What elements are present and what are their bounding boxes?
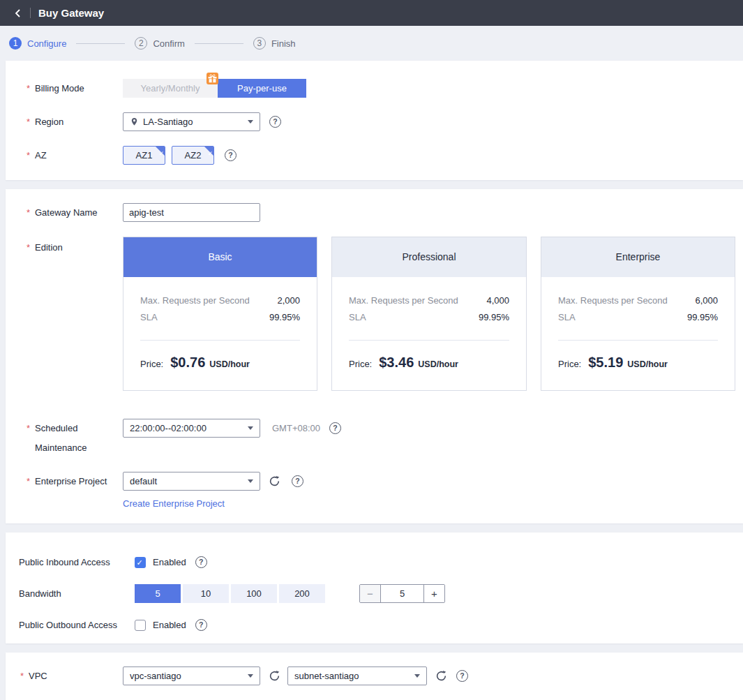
field-label: *Billing Mode [6, 83, 123, 94]
az-option-az1[interactable]: AZ1 ✓ [123, 146, 165, 165]
bandwidth-option-200[interactable]: 200 [279, 584, 325, 603]
az-field: *AZ AZ1 ✓ AZ2 ✓ ? [6, 146, 743, 165]
public-outbound-checkbox[interactable] [135, 620, 146, 631]
vpc-dropdown[interactable]: vpc-santiago [123, 667, 260, 685]
back-button[interactable] [10, 6, 26, 21]
bandwidth-option-100[interactable]: 100 [231, 584, 277, 603]
public-outbound-help-icon[interactable]: ? [195, 619, 207, 631]
stepper-decrease-button[interactable]: − [360, 585, 381, 602]
price-label: Price: [349, 359, 372, 369]
public-inbound-checkbox[interactable]: ✓ [135, 557, 146, 568]
price-value: $5.19 [588, 355, 623, 371]
enterprise-project-refresh-button[interactable] [269, 475, 280, 487]
vpc-refresh-button[interactable] [269, 670, 280, 682]
enterprise-project-value: default [130, 476, 248, 486]
edition-label: Edition [35, 242, 63, 253]
edition-card-professional[interactable]: Professional Max. Requests per Second4,0… [331, 237, 527, 391]
enterprise-project-label: Enterprise Project [35, 476, 107, 486]
edition-card-body: Max. Requests per Second6,000 SLA99.95% … [541, 277, 735, 371]
location-pin-icon [130, 117, 139, 126]
step-label: Finish [271, 38, 296, 49]
edition-card-title: Enterprise [541, 237, 735, 277]
bandwidth-stepper: − + [359, 584, 445, 603]
required-marker: * [27, 242, 35, 253]
scheduled-maintenance-help-icon[interactable]: ? [329, 422, 341, 434]
step-confirm: 2 Confirm [135, 37, 185, 50]
bandwidth-option-5[interactable]: 5 [135, 584, 181, 603]
region-field: *Region LA-Santiago ? [6, 112, 743, 131]
required-marker: * [20, 671, 29, 681]
stepper-increase-button[interactable]: + [423, 585, 444, 602]
step-number: 3 [253, 37, 266, 50]
step-label: Configure [27, 38, 66, 49]
top-bar: Buy Gateway [0, 0, 743, 26]
bandwidth-label: Bandwidth [6, 588, 135, 599]
field-label: *Scheduled Maintenance [6, 419, 123, 458]
vpc-help-icon[interactable]: ? [456, 670, 468, 682]
field-label: *Region [6, 117, 123, 127]
az-option-label: AZ2 [185, 150, 202, 161]
required-marker: * [27, 207, 35, 218]
sla-label: SLA [558, 312, 576, 322]
price-value: $0.76 [170, 355, 205, 371]
az-check-icon: ✓ [207, 146, 213, 163]
gateway-name-input[interactable] [123, 203, 260, 222]
vpc-card: *VPC vpc-santiago subnet-santiago ? [6, 653, 743, 700]
create-enterprise-project-link[interactable]: Create Enterprise Project [123, 498, 225, 509]
enterprise-project-help-icon[interactable]: ? [292, 475, 303, 487]
sla-value: 99.95% [479, 312, 509, 322]
subnet-dropdown[interactable]: subnet-santiago [287, 667, 427, 685]
region-help-icon[interactable]: ? [269, 116, 281, 128]
field-label: *Edition [6, 237, 123, 253]
page-title: Buy Gateway [38, 7, 104, 19]
edition-card-basic[interactable]: Basic Max. Requests per Second2,000 SLA9… [123, 237, 317, 391]
billing-option-yearly-monthly[interactable]: Yearly/Monthly [123, 79, 218, 98]
checkbox-check-icon: ✓ [137, 557, 143, 568]
chevron-down-icon [248, 120, 253, 124]
rps-label: Max. Requests per Second [140, 295, 250, 306]
az-label: AZ [35, 150, 47, 161]
billing-mode-options: Yearly/Monthly Pay-per-use [123, 79, 306, 98]
public-inbound-help-icon[interactable]: ? [195, 556, 207, 568]
chevron-down-icon [248, 426, 253, 430]
basic-settings-card: *Billing Mode Yearly/Monthly Pay-per-use… [6, 61, 743, 180]
region-value: LA-Santiago [143, 117, 248, 127]
edition-card-enterprise[interactable]: Enterprise Max. Requests per Second6,000… [541, 237, 735, 391]
edition-card-body: Max. Requests per Second4,000 SLA99.95% … [332, 277, 526, 371]
field-label: *Gateway Name [6, 207, 123, 218]
sla-value: 99.95% [687, 312, 718, 322]
price-label: Price: [140, 359, 163, 369]
billing-option-pay-per-use[interactable]: Pay-per-use [218, 79, 306, 98]
price-unit: USD/hour [627, 359, 668, 369]
public-inbound-field: Public Inbound Access ✓ Enabled ? [6, 556, 743, 568]
bandwidth-option-10[interactable]: 10 [183, 584, 229, 603]
stepper-value-input[interactable] [381, 585, 423, 602]
enterprise-project-field: *Enterprise Project default ? Create Ent… [6, 472, 743, 509]
az-option-az2[interactable]: AZ2 ✓ [172, 146, 214, 165]
refresh-icon [269, 670, 280, 682]
step-configure: 1 Configure [9, 37, 66, 50]
enabled-label: Enabled [153, 620, 186, 630]
az-help-icon[interactable]: ? [225, 149, 237, 161]
price-unit: USD/hour [209, 359, 250, 369]
chevron-down-icon [248, 479, 253, 483]
sla-label: SLA [140, 312, 158, 322]
enterprise-project-dropdown[interactable]: default [123, 472, 260, 491]
gateway-name-field: *Gateway Name [6, 203, 743, 222]
billing-mode-field: *Billing Mode Yearly/Monthly Pay-per-use [6, 79, 743, 98]
rps-label: Max. Requests per Second [349, 295, 458, 306]
field-label: *AZ [6, 150, 123, 161]
edition-card-title: Professional [332, 237, 526, 277]
scheduled-maintenance-dropdown[interactable]: 22:00:00--02:00:00 [123, 419, 260, 438]
az-option-label: AZ1 [136, 150, 153, 161]
price-unit: USD/hour [418, 359, 458, 369]
scheduled-maintenance-label-line1: Scheduled [35, 423, 77, 433]
region-dropdown[interactable]: LA-Santiago [123, 112, 260, 131]
subnet-refresh-button[interactable] [435, 670, 447, 682]
required-marker: * [27, 419, 35, 438]
refresh-icon [435, 670, 447, 682]
edition-cards: Basic Max. Requests per Second2,000 SLA9… [123, 237, 735, 391]
required-marker: * [27, 150, 35, 161]
scheduled-maintenance-label-line2: Maintenance [35, 438, 123, 458]
field-label: *Enterprise Project [6, 472, 123, 491]
